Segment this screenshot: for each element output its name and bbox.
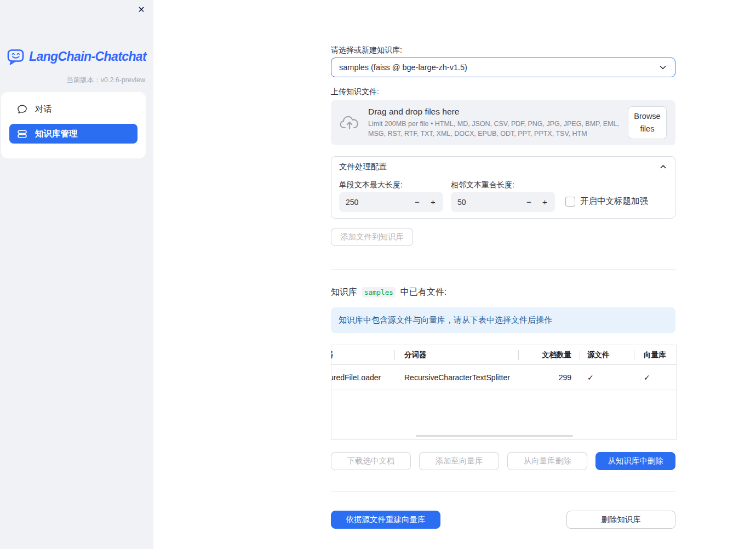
sidebar-item-dialogue[interactable]: 对话 (9, 99, 138, 119)
existing-files-suffix: 中已有文件: (400, 287, 446, 298)
kb-name-code: samples (362, 287, 396, 298)
column-separator (394, 350, 395, 360)
table-header-row: 器 分词器 文档数量 源文件 向量库 (331, 345, 676, 365)
delete-from-vector-store-button[interactable]: 从向量库删除 (507, 452, 587, 470)
divider (331, 491, 675, 492)
column-header-splitter[interactable]: 分词器 (394, 350, 518, 360)
kb-select[interactable]: samples (faiss @ bge-large-zh-v1.5) (331, 58, 675, 77)
upload-label: 上传知识文件: (331, 87, 379, 97)
info-alert: 知识库中包含源文件与向量库，请从下表中选择文件后操作 (331, 307, 675, 333)
cell-loader: uredFileLoader (331, 373, 394, 382)
chunk-size-input[interactable]: 250 − + (339, 192, 443, 212)
cell-vector-check: ✓ (634, 373, 675, 382)
column-separator (634, 350, 634, 360)
sidebar-menu: 对话 知识库管理 (1, 92, 146, 158)
knowledge-base-icon (17, 129, 27, 139)
overlap-size-input[interactable]: 50 − + (451, 192, 555, 212)
delete-from-kb-button[interactable]: 从知识库中删除 (595, 452, 675, 470)
app-logo: LangChain-Chatchat (7, 47, 146, 66)
chat-bubble-icon (17, 104, 27, 115)
info-alert-text: 知识库中包含源文件与向量库，请从下表中选择文件后操作 (339, 315, 552, 325)
browse-files-button[interactable]: Browse files (628, 106, 667, 139)
dropzone-title: Drag and drop files here (368, 107, 628, 117)
cell-doc-count: 299 (518, 373, 580, 382)
divider (331, 269, 675, 270)
expander-header[interactable]: 文件处理配置 (331, 157, 675, 176)
kb-select-label: 请选择或新建知识库: (331, 45, 402, 55)
app-title: LangChain-Chatchat (29, 49, 146, 64)
minus-stepper-icon[interactable]: − (409, 197, 425, 207)
chunk-size-label: 单段文本最大长度: (339, 180, 403, 190)
main-content: 请选择或新建知识库: samples (faiss @ bge-large-zh… (331, 0, 675, 549)
version-text: 当前版本：v0.2.6-preview (66, 76, 145, 85)
cell-source-check: ✓ (580, 373, 634, 382)
sidebar-item-label: 知识库管理 (35, 128, 78, 140)
cloud-upload-icon (340, 115, 359, 131)
existing-files-heading: 知识库 samples 中已有文件: (331, 287, 446, 298)
column-separator (580, 350, 580, 360)
add-to-vector-store-button[interactable]: 添加至向量库 (419, 452, 499, 470)
delete-kb-button[interactable]: 删除知识库 (566, 511, 675, 529)
sidebar: ✕ LangChain-Chatchat 当前版本：v0.2.6-preview… (0, 0, 153, 549)
column-header-doc-count[interactable]: 文档数量 (518, 350, 580, 360)
horizontal-scrollbar[interactable] (416, 435, 573, 437)
sidebar-item-label: 对话 (35, 104, 52, 115)
overlap-size-value: 50 (457, 198, 521, 207)
sidebar-close-icon[interactable]: ✕ (135, 3, 147, 15)
dropzone-hint: Limit 200MB per file • HTML, MD, JSON, C… (368, 119, 628, 139)
kb-files-table[interactable]: 器 分词器 文档数量 源文件 向量库 uredFileLoader Recurs… (331, 345, 677, 440)
file-action-buttons: 下载选中文档 添加至向量库 从向量库删除 从知识库中删除 (331, 452, 675, 470)
download-selected-button[interactable]: 下载选中文档 (331, 452, 411, 470)
existing-files-prefix: 知识库 (331, 287, 357, 298)
column-header-source-file[interactable]: 源文件 (580, 350, 634, 360)
chunk-size-value: 250 (346, 198, 409, 207)
overlap-size-label: 相邻文本重合长度: (451, 180, 514, 190)
file-config-expander: 文件处理配置 单段文本最大长度: 相邻文本重合长度: 250 − + 50 − … (331, 156, 675, 219)
add-files-to-kb-button[interactable]: 添加文件到知识库 (331, 228, 413, 246)
plus-stepper-icon[interactable]: + (425, 197, 441, 207)
cell-splitter: RecursiveCharacterTextSplitter (394, 373, 518, 382)
rebuild-vector-store-button[interactable]: 依据源文件重建向量库 (331, 511, 440, 529)
file-dropzone[interactable]: Drag and drop files here Limit 200MB per… (331, 100, 675, 145)
chevron-up-icon (659, 163, 667, 171)
zh-title-enhance-checkbox[interactable]: 开启中文标题加强 (565, 196, 648, 207)
checkbox-label: 开启中文标题加强 (580, 196, 648, 207)
chevron-down-icon (658, 63, 667, 72)
column-separator (518, 350, 519, 360)
minus-stepper-icon[interactable]: − (521, 197, 537, 207)
kb-select-value: samples (faiss @ bge-large-zh-v1.5) (339, 63, 658, 72)
column-header-loader-clipped[interactable]: 器 (331, 350, 394, 360)
logo-chat-bubble-icon (7, 47, 25, 66)
checkbox-icon[interactable] (565, 197, 575, 207)
plus-stepper-icon[interactable]: + (537, 197, 553, 207)
table-row[interactable]: uredFileLoader RecursiveCharacterTextSpl… (331, 365, 676, 390)
column-header-vector-store[interactable]: 向量库 (634, 350, 675, 360)
expander-title: 文件处理配置 (339, 162, 387, 172)
sidebar-item-knowledge-base[interactable]: 知识库管理 (9, 124, 138, 144)
